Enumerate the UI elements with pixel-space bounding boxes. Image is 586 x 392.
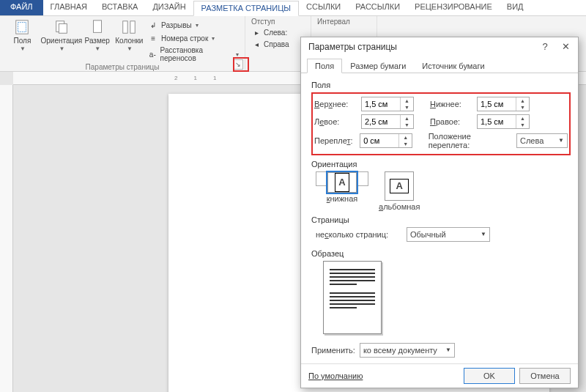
landscape-icon: A xyxy=(390,179,409,193)
indent-right-row[interactable]: ◂Справа xyxy=(251,39,305,49)
chevron-down-icon: ▼ xyxy=(127,46,133,53)
orientation-button[interactable]: Ориентация ▼ xyxy=(42,18,81,53)
portrait-label: книжная xyxy=(327,194,358,203)
spin-up-icon[interactable]: ▲ xyxy=(516,97,529,104)
fields-highlight: Верхнее: ▲▼ Нижнее: ▲▼ Левое: ▲▼ Правое:… xyxy=(311,92,571,155)
spin-down-icon[interactable]: ▼ xyxy=(516,104,529,111)
apply-select[interactable]: ко всему документу▼ xyxy=(360,343,455,358)
spin-up-icon[interactable]: ▲ xyxy=(399,134,412,141)
ruler-mark: 1 xyxy=(193,75,196,81)
chevron-down-icon: ▼ xyxy=(558,137,564,144)
tab-view[interactable]: ВИД xyxy=(500,0,531,15)
orientation-icon xyxy=(53,19,70,35)
chevron-down-icon: ▼ xyxy=(20,46,26,53)
spin-up-icon[interactable]: ▲ xyxy=(401,115,413,122)
tab-file[interactable]: ФАЙЛ xyxy=(0,0,43,15)
gutter-input[interactable]: ▲▼ xyxy=(360,133,412,148)
columns-icon xyxy=(121,19,137,35)
tab-design[interactable]: ДИЗАЙН xyxy=(145,0,193,15)
page-setup-dialog: Параметры страницы ? ✕ Поля Размер бумаг… xyxy=(300,37,579,388)
section-pages: Страницы xyxy=(311,215,571,224)
size-button[interactable]: Размер ▼ xyxy=(83,18,112,53)
multi-pages-value: Обычный xyxy=(410,230,446,239)
bottom-margin-input[interactable]: ▲▼ xyxy=(477,97,530,111)
spin-up-icon[interactable]: ▲ xyxy=(516,115,529,122)
spin-down-icon[interactable]: ▼ xyxy=(516,122,529,128)
tab-home[interactable]: ГЛАВНАЯ xyxy=(43,0,94,15)
tab-review[interactable]: РЕЦЕНЗИРОВАНИЕ xyxy=(407,0,500,15)
chevron-down-icon: ▼ xyxy=(445,347,451,353)
chevron-down-icon: ▼ xyxy=(94,46,100,53)
ruler-mark: 1 xyxy=(213,75,216,81)
cancel-button[interactable]: Отмена xyxy=(519,368,571,384)
page-size-icon xyxy=(89,19,105,35)
tab-mailings[interactable]: РАССЫЛКИ xyxy=(348,0,407,15)
help-icon[interactable]: ? xyxy=(538,40,552,53)
breaks-button[interactable]: ↲ Разрывы▾ xyxy=(146,19,240,31)
top-margin-input[interactable]: ▲▼ xyxy=(361,97,414,111)
apply-value: ко всему документу xyxy=(363,346,437,355)
dialog-titlebar[interactable]: Параметры страницы ? ✕ xyxy=(301,37,578,56)
dialog-tabs: Поля Размер бумаги Источник бумаги xyxy=(301,58,578,73)
hyphenation-icon: a‑ xyxy=(148,49,157,59)
ribbon-tabs: ФАЙЛ ГЛАВНАЯ ВСТАВКА ДИЗАЙН РАЗМЕТКА СТР… xyxy=(0,0,586,16)
svg-rect-5 xyxy=(123,21,127,34)
line-numbers-label: Номера строк xyxy=(161,34,208,42)
page-setup-launcher[interactable]: ↘ xyxy=(233,59,243,70)
ruler-vertical[interactable] xyxy=(0,85,13,392)
line-numbers-button[interactable]: ≡ Номера строк▾ xyxy=(146,32,240,44)
multi-pages-select[interactable]: Обычный▼ xyxy=(407,227,490,242)
chevron-down-icon: ▼ xyxy=(481,231,486,237)
orientation-label: Ориентация xyxy=(40,37,82,45)
indent-left-row[interactable]: ▸Слева: xyxy=(251,27,305,37)
orientation-portrait[interactable]: A книжная xyxy=(316,171,368,186)
hyphenation-button[interactable]: a‑ Расстановка переносов▾ xyxy=(146,45,240,63)
indent-header: Отступ xyxy=(251,18,305,26)
right-margin-input[interactable]: ▲▼ xyxy=(477,114,530,129)
indent-right-icon: ◂ xyxy=(251,39,262,49)
chevron-down-icon: ▾ xyxy=(196,22,199,29)
default-button[interactable]: По умолчанию xyxy=(308,371,363,380)
indent-left-label: Слева: xyxy=(264,29,287,37)
tab-references[interactable]: ССЫЛКИ xyxy=(299,0,348,15)
tab-page-layout[interactable]: РАЗМЕТКА СТРАНИЦЫ xyxy=(193,1,299,16)
columns-button[interactable]: Колонки ▼ xyxy=(114,18,145,53)
gutter-pos-value: Слева xyxy=(520,136,544,145)
left-margin-input[interactable]: ▲▼ xyxy=(361,114,414,129)
spacing-header: Интервал xyxy=(317,18,371,26)
gutter-pos-label: Положение переплета: xyxy=(429,132,513,149)
multi-pages-label: несколько страниц: xyxy=(316,230,404,239)
apply-label: Применить: xyxy=(311,346,355,355)
margins-button[interactable]: Поля ▼ xyxy=(4,18,40,53)
dialog-tab-source[interactable]: Источник бумаги xyxy=(414,59,492,73)
indent-right-label: Справа xyxy=(264,40,289,48)
bottom-margin-label: Нижнее: xyxy=(430,100,474,108)
orientation-landscape[interactable]: A альбомная xyxy=(379,171,420,211)
margins-icon xyxy=(14,19,30,35)
svg-rect-6 xyxy=(130,21,135,34)
dialog-tab-fields[interactable]: Поля xyxy=(307,59,342,73)
ok-button[interactable]: OK xyxy=(464,368,515,384)
landscape-label: альбомная xyxy=(379,202,420,211)
spin-down-icon[interactable]: ▼ xyxy=(401,104,413,111)
chevron-down-icon: ▼ xyxy=(59,46,64,53)
group-label-page-setup: Параметры страницы xyxy=(4,63,240,72)
tab-insert[interactable]: ВСТАВКА xyxy=(94,0,145,15)
section-orientation: Ориентация xyxy=(311,160,571,169)
dialog-title: Параметры страницы xyxy=(308,42,397,52)
left-margin-label: Левое: xyxy=(314,117,358,126)
chevron-down-icon: ▾ xyxy=(212,35,215,42)
spin-up-icon[interactable]: ▲ xyxy=(401,97,413,104)
spin-down-icon[interactable]: ▼ xyxy=(399,141,412,147)
close-icon[interactable]: ✕ xyxy=(559,40,572,53)
section-fields: Поля xyxy=(311,81,571,89)
spin-down-icon[interactable]: ▼ xyxy=(401,122,413,128)
size-label: Размер xyxy=(85,37,110,45)
gutter-label: Переплет: xyxy=(314,136,357,145)
dialog-tab-paper[interactable]: Размер бумаги xyxy=(342,59,414,73)
margins-label: Поля xyxy=(14,37,31,45)
gutter-pos-select[interactable]: Слева▼ xyxy=(516,133,568,148)
svg-rect-3 xyxy=(59,23,67,33)
section-preview: Образец xyxy=(311,249,571,258)
line-numbers-icon: ≡ xyxy=(148,33,158,43)
